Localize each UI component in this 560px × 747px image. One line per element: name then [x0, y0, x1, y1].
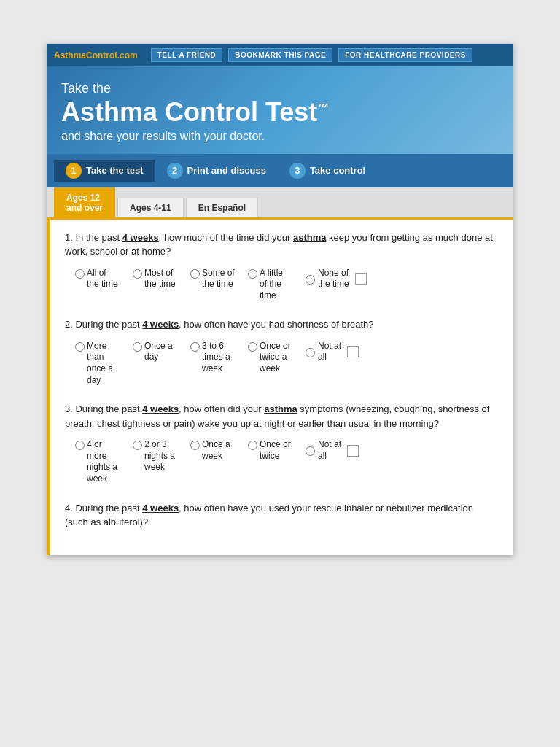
q1-label-2: Most ofthe time	[144, 268, 176, 290]
q1-option-4: A littleof thetime	[245, 266, 300, 303]
q3-radio-1[interactable]	[75, 441, 85, 450]
q3-bold-asthma: asthma	[264, 403, 298, 414]
main-title-text: Asthma Control Test	[61, 97, 317, 127]
brand-control: Control	[86, 50, 117, 61]
top-nav: AsthmaControl.com Tell a Friend Bookmark…	[47, 44, 513, 66]
main-title: Asthma Control Test™	[61, 98, 499, 127]
q2-option-4: Once ortwice aweek	[245, 339, 300, 376]
bookmark-button[interactable]: Bookmark This Page	[228, 48, 332, 62]
step-2-label: Print and discuss	[187, 165, 266, 176]
question-3-options: 4 ormorenights aweek 2 or 3nights aweek …	[72, 438, 499, 486]
q1-label-3: Some ofthe time	[202, 268, 235, 290]
page-wrapper: AsthmaControl.com Tell a Friend Bookmark…	[47, 44, 513, 555]
tab-en-espanol[interactable]: En Español	[186, 198, 258, 217]
q2-label-4: Once ortwice aweek	[260, 341, 291, 375]
q2-radio-1[interactable]	[75, 342, 85, 352]
questions-area: 1. In the past 4 weeks, how much of the …	[50, 220, 513, 555]
q1-label-5: None ofthe time	[318, 268, 349, 290]
q1-bold-asthma: asthma	[293, 232, 327, 243]
q2-option-1: Morethanonce aday	[72, 339, 127, 387]
q2-label-1: Morethanonce aday	[87, 341, 113, 386]
q1-radio-4[interactable]	[248, 269, 257, 279]
q3-bold-weeks: 4 weeks	[142, 403, 179, 414]
q3-radio-4[interactable]	[248, 441, 257, 450]
question-2-options: Morethanonce aday Once aday 3 to 6times …	[72, 339, 499, 387]
question-3-text: 3. During the past 4 weeks, how often di…	[65, 402, 499, 430]
q3-checkbox[interactable]	[347, 445, 359, 457]
header-content: Take the Asthma Control Test™ and share …	[47, 66, 513, 154]
q3-option-1: 4 ormorenights aweek	[72, 438, 127, 486]
q1-bold-weeks: 4 weeks	[122, 232, 159, 243]
q1-option-3: Some ofthe time	[187, 266, 242, 292]
tab-ages-12-over[interactable]: Ages 12and over	[54, 187, 115, 217]
q2-option-3: 3 to 6times aweek	[187, 339, 242, 376]
take-the-label: Take the	[61, 81, 499, 96]
steps-bar: 1 Take the test 2 Print and discuss 3 Ta…	[47, 154, 513, 187]
q2-num: 2.	[65, 319, 73, 330]
trademark-symbol: ™	[317, 101, 329, 114]
q3-label-4: Once ortwice	[260, 439, 291, 462]
q1-radio-2[interactable]	[133, 269, 142, 279]
q3-label-1: 4 ormorenights aweek	[87, 439, 117, 484]
q3-radio-3[interactable]	[190, 441, 200, 450]
q1-option-1: All ofthe time	[72, 266, 127, 292]
tell-friend-button[interactable]: Tell a Friend	[151, 48, 223, 62]
brand-asthma: Asthma	[54, 50, 86, 61]
healthcare-providers-button[interactable]: For Healthcare Providers	[338, 48, 472, 62]
q3-label-5: Not atall	[318, 439, 341, 462]
q3-label-2: 2 or 3nights aweek	[144, 439, 175, 473]
question-4-block: 4. During the past 4 weeks, how often ha…	[65, 501, 499, 530]
q2-checkbox[interactable]	[347, 346, 359, 357]
question-4-text: 4. During the past 4 weeks, how often ha…	[65, 501, 499, 530]
q3-radio-2[interactable]	[133, 441, 142, 450]
q3-label-3: Once aweek	[202, 439, 230, 462]
q3-option-5: Not atall	[303, 438, 362, 463]
q3-option-3: Once aweek	[187, 438, 242, 463]
q1-label-1: All ofthe time	[87, 268, 118, 290]
step-3-num: 3	[289, 163, 306, 179]
q2-radio-4[interactable]	[248, 342, 257, 352]
step-1: 1 Take the test	[54, 160, 155, 182]
tab-ages-4-11[interactable]: Ages 4-11	[117, 198, 184, 217]
q2-label-5: Not atall	[318, 341, 341, 363]
q1-radio-1[interactable]	[75, 269, 85, 279]
q3-radio-5[interactable]	[306, 446, 315, 456]
step-1-label: Take the test	[86, 165, 144, 176]
q1-radio-5[interactable]	[306, 275, 315, 285]
step-3-label: Take control	[310, 165, 365, 176]
q2-radio-5[interactable]	[306, 348, 315, 357]
q1-option-5: None ofthe time	[303, 266, 370, 292]
step-2: 2 Print and discuss	[155, 160, 278, 182]
q2-bold-weeks: 4 weeks	[142, 319, 179, 330]
step-1-num: 1	[66, 163, 82, 179]
brand-dotcom: .com	[117, 50, 138, 61]
q1-option-2: Most ofthe time	[130, 266, 184, 292]
content-area: 1. In the past 4 weeks, how much of the …	[47, 220, 513, 555]
q3-option-2: 2 or 3nights aweek	[130, 438, 184, 475]
question-3-block: 3. During the past 4 weeks, how often di…	[65, 402, 499, 486]
question-2-block: 2. During the past 4 weeks, how often ha…	[65, 317, 499, 387]
tabs-row: Ages 12and over Ages 4-11 En Español	[47, 187, 513, 220]
q3-option-4: Once ortwice	[245, 438, 300, 463]
q1-label-4: A littleof thetime	[260, 268, 283, 302]
brand: AsthmaControl.com	[54, 50, 138, 61]
step-2-num: 2	[167, 163, 183, 179]
q1-checkbox[interactable]	[355, 273, 367, 285]
header-banner: AsthmaControl.com Tell a Friend Bookmark…	[47, 44, 513, 187]
q2-radio-2[interactable]	[133, 342, 142, 352]
q2-label-2: Once aday	[144, 341, 173, 363]
question-2-text: 2. During the past 4 weeks, how often ha…	[65, 317, 499, 332]
question-1-block: 1. In the past 4 weeks, how much of the …	[65, 231, 499, 303]
subtitle: and share your results with your doctor.	[61, 130, 499, 143]
q4-bold-weeks: 4 weeks	[142, 503, 179, 514]
question-1-text: 1. In the past 4 weeks, how much of the …	[65, 231, 499, 259]
q1-num: 1.	[65, 232, 73, 243]
question-1-options: All ofthe time Most ofthe time Some ofth…	[72, 266, 499, 303]
q2-radio-3[interactable]	[190, 342, 200, 352]
step-3: 3 Take control	[278, 160, 377, 182]
q4-num: 4.	[65, 503, 73, 514]
q2-option-5: Not atall	[303, 339, 362, 365]
q1-radio-3[interactable]	[190, 269, 200, 279]
q2-label-3: 3 to 6times aweek	[202, 341, 230, 375]
q2-option-2: Once aday	[130, 339, 184, 365]
